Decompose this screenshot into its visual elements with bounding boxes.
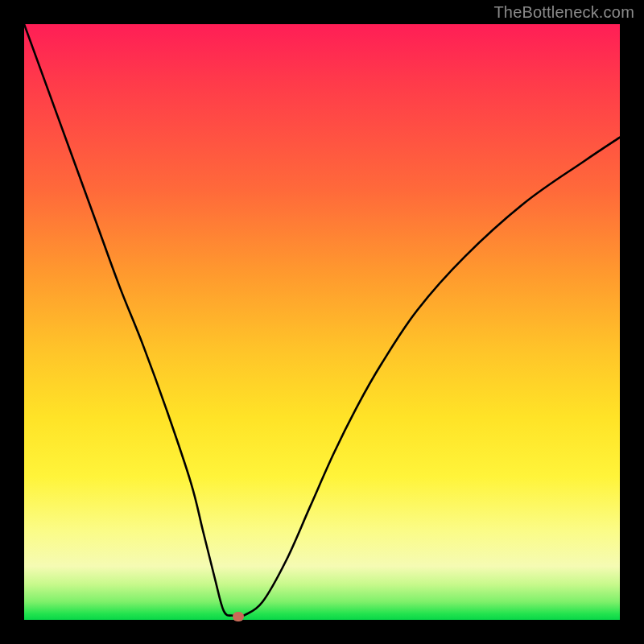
plot-area — [24, 24, 620, 620]
optimum-marker — [233, 612, 244, 621]
watermark-text: TheBottleneck.com — [493, 3, 634, 22]
bottleneck-curve — [24, 24, 620, 620]
chart-frame: TheBottleneck.com — [0, 0, 644, 644]
